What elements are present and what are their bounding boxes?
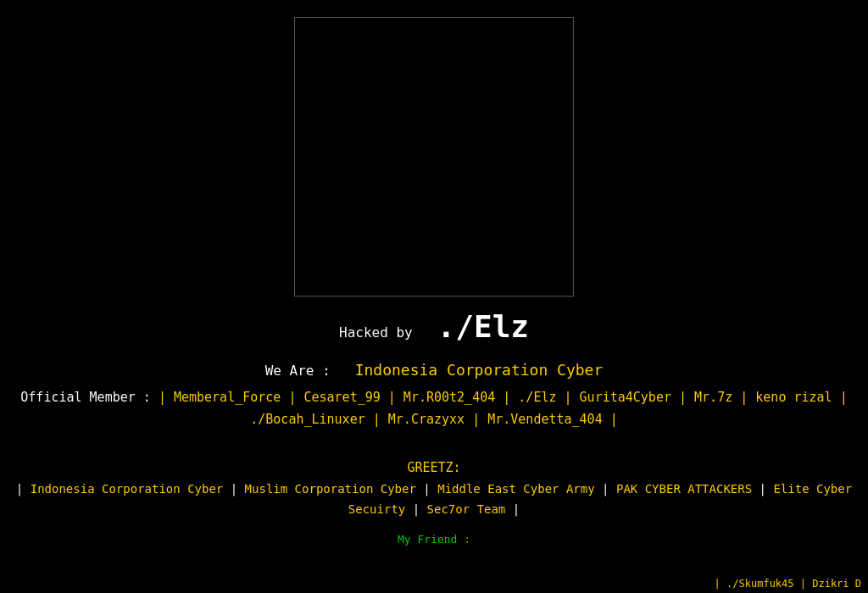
we-are-line: We Are : Indonesia Corporation Cyber xyxy=(265,361,604,379)
greetz-sep5: | xyxy=(413,502,420,516)
greetz-pak: PAK CYBER ATTACKERS xyxy=(616,482,752,496)
bottom-bar: | ./Skumfuk45 | Dzikri D xyxy=(708,574,868,593)
greetz-sep-start: | xyxy=(16,482,23,496)
main-container: Hacked by ./Elz We Are : Indonesia Corpo… xyxy=(0,0,868,546)
member-bocah-linuxer-2: ./Bocah_Linuxer xyxy=(250,412,364,427)
greetz-sep2: | xyxy=(423,482,430,496)
greetz-mcc: Muslim Corporation Cyber xyxy=(245,482,416,496)
hacker-name: ./Elz xyxy=(437,309,529,344)
greetz-sep3: | xyxy=(602,482,609,496)
member-mr7z: | Mr.7z xyxy=(679,390,732,405)
official-member-label: Official Member : xyxy=(20,390,151,405)
member-elz: | ./Elz xyxy=(503,390,556,405)
member-cesaret: | Cesaret_99 xyxy=(288,390,380,405)
group-name: Indonesia Corporation Cyber xyxy=(355,361,604,379)
member-keno-rizal: | keno rizal xyxy=(740,390,832,405)
hacked-by-label: Hacked by xyxy=(339,324,413,341)
greetz-meca: Middle East Cyber Army xyxy=(437,482,594,496)
member-mr-vendetta: | Mr.Vendetta_404 xyxy=(472,412,603,427)
official-member-section: Official Member : | Memberal_Force | Ces… xyxy=(20,387,847,430)
header-image xyxy=(294,17,574,296)
member-gurita4cyber: | Gurita4Cyber xyxy=(565,390,671,405)
greetz-sep6: | xyxy=(513,502,520,516)
greetz-sep1: | xyxy=(231,482,237,496)
member-memberal-force: | Memberal_Force xyxy=(159,390,281,405)
greetz-title: GREETZ: xyxy=(0,460,868,475)
my-friend-section: My Friend : xyxy=(398,533,470,546)
greetz-sec7or: Sec7or Team xyxy=(427,502,506,516)
member-end: | xyxy=(610,412,618,427)
hacked-by-line: Hacked by ./Elz xyxy=(339,309,529,344)
member-mr-crazyxx: | Mr.Crazyxx xyxy=(373,412,465,427)
we-are-label: We Are : xyxy=(265,363,331,379)
greetz-sep4: | xyxy=(760,482,766,496)
my-friend-label: My Friend : xyxy=(398,533,470,546)
greetz-icc: Indonesia Corporation Cyber xyxy=(31,482,224,496)
greetz-content: | Indonesia Corporation Cyber | Muslim C… xyxy=(0,479,868,520)
member-mr-r00t2: | Mr.R00t2_404 xyxy=(388,390,495,405)
greetz-section: GREETZ: | Indonesia Corporation Cyber | … xyxy=(0,460,868,520)
member-bocah-linuxer: | xyxy=(840,390,848,405)
